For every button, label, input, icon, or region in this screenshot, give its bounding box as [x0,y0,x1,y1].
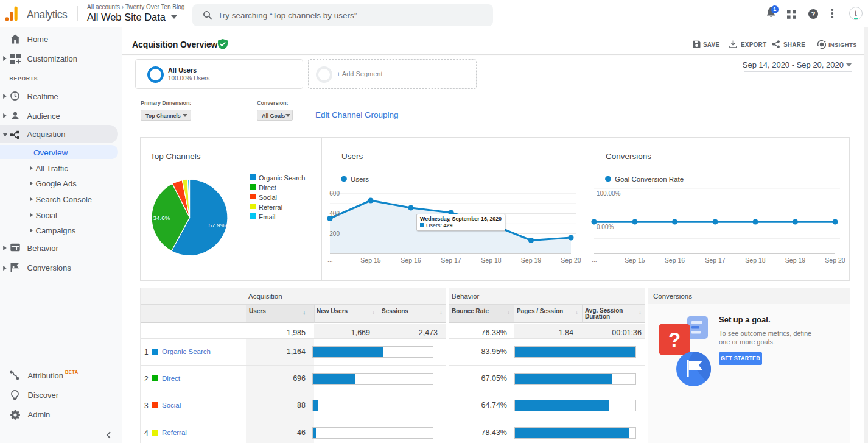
svg-text:600: 600 [329,190,340,197]
svg-text:200: 200 [329,230,340,237]
svg-text:Sep 18: Sep 18 [745,257,765,264]
svg-text:...: ... [592,256,597,263]
svg-text:Sep 17: Sep 17 [441,257,461,264]
svg-text:Sep 20: Sep 20 [825,257,845,264]
svg-text:Sep 19: Sep 19 [521,257,541,264]
svg-text:Sep 15: Sep 15 [360,257,380,264]
svg-text:0.00%: 0.00% [597,224,614,230]
svg-text:Sep 18: Sep 18 [481,257,501,264]
svg-text:34.6%: 34.6% [153,214,170,221]
svg-text:100.00%: 100.00% [597,190,621,197]
svg-text:Sep 19: Sep 19 [785,257,805,264]
svg-text:...: ... [327,256,333,263]
svg-text:Sep 17: Sep 17 [705,257,725,264]
svg-text:Sep 16: Sep 16 [401,257,421,264]
svg-text:57.9%: 57.9% [209,222,226,229]
svg-text:400: 400 [329,210,340,217]
svg-text:?: ? [668,328,681,351]
svg-text:Sep 15: Sep 15 [625,257,645,264]
svg-text:Sep 20: Sep 20 [561,257,581,264]
svg-text:Sep 16: Sep 16 [665,257,685,264]
